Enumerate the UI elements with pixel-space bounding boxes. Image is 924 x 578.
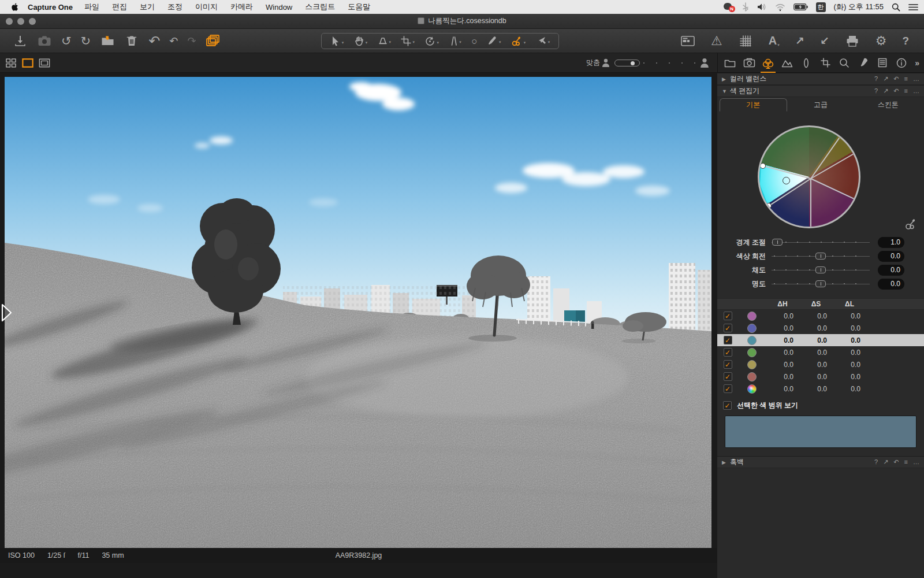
pick-color-correction-tool[interactable]: ▾ [511,36,526,47]
loupe-tool[interactable]: ▾ [378,36,392,46]
menu-image[interactable]: 이미지 [195,2,218,12]
crop-tool[interactable]: ▾ [401,36,415,46]
reset-icon[interactable]: ↶ [893,87,899,95]
viewer-layout-button[interactable] [680,34,695,49]
slider-track[interactable] [772,280,870,288]
annotations-button[interactable]: A ▾ [769,34,780,47]
color-range-row-selected[interactable]: ✓ 0.0 0.0 0.0 [717,334,924,346]
undo-button[interactable]: ↶ [169,36,178,46]
kakaotalk-icon[interactable]: N [724,2,734,12]
tab-capture[interactable] [743,57,755,69]
more-icon[interactable]: … [913,458,919,466]
grid-button[interactable] [738,34,753,49]
help-icon[interactable]: ? [874,87,878,95]
slider-value[interactable]: 0.0 [878,279,904,290]
color-range-row[interactable]: ✓ 0.0 0.0 0.0 [717,383,924,395]
presets-icon[interactable]: ≡ [904,75,908,83]
range-checkbox[interactable]: ✓ [724,384,732,393]
slider-value[interactable]: 0.0 [878,265,904,276]
more-tabs-button[interactable]: » [915,58,919,68]
menu-edit[interactable]: 편집 [112,2,127,12]
print-button[interactable] [845,34,860,49]
color-balance-header[interactable]: ▶ 컬러 밸런스 ? ↗ ↶ ≡ … [717,73,924,85]
tab-metadata[interactable] [876,57,889,69]
color-range-row[interactable]: ✓ 0.0 0.0 0.0 [717,370,924,383]
tab-color[interactable] [762,57,774,69]
import-button[interactable] [13,34,28,49]
pan-tool[interactable]: ▾ [354,36,368,47]
color-swatch[interactable] [747,324,757,333]
straighten-tool[interactable]: ▾ [449,36,461,46]
battery-icon[interactable] [793,3,808,10]
slider-handle[interactable] [772,239,783,246]
collapse-triangle-icon[interactable]: ▶ [722,460,730,465]
collapse-triangle-icon[interactable]: ▶ [722,76,730,82]
tab-composition[interactable] [819,57,832,69]
color-range-row[interactable]: ✓ 0.0 0.0 0.0 [717,322,924,334]
trash-button[interactable] [124,34,139,49]
sync-icon[interactable]: ↗ [883,458,888,466]
settings-gear-button[interactable]: ⚙ [875,34,887,49]
reset-adjustments-button[interactable]: ↶ [148,34,160,48]
volume-icon[interactable] [757,3,767,11]
rainbow-swatch[interactable] [747,384,757,394]
export-button[interactable]: ↗ [795,34,804,47]
slider-handle[interactable] [815,280,826,287]
menubar-app-name[interactable]: Capture One [28,3,73,12]
menu-adjustments[interactable]: 조정 [167,2,182,12]
window-titlebar[interactable]: 나름찍는다.cosessiondb [0,14,924,29]
color-wheel[interactable] [758,125,860,228]
tab-exposure[interactable] [781,57,793,69]
copy-adjustments-button[interactable] [206,34,221,49]
zoom-person-large-icon[interactable] [700,58,709,68]
slider-track[interactable] [772,238,870,246]
menu-scripts[interactable]: 스크립트 [305,2,335,12]
slider-value[interactable]: 0.0 [878,251,904,262]
notification-center-icon[interactable] [908,3,918,11]
import-back-button[interactable]: ↙ [820,34,829,47]
zoom-slider[interactable] [614,59,695,67]
bw-header[interactable]: ▶ 흑백 ? ↗ ↶ ≡ … [717,456,924,468]
color-swatch[interactable] [747,372,757,381]
tab-adjustments[interactable] [857,57,870,69]
color-editor-header[interactable]: ▼ 색 편집기 ? ↗ ↶ ≡ … [717,85,924,97]
rotate-tool[interactable]: ▾ [424,36,439,47]
presets-icon[interactable]: ≡ [904,87,908,95]
slider-handle[interactable] [815,266,826,273]
single-view-button[interactable] [22,58,33,68]
presets-icon[interactable]: ≡ [904,458,908,466]
wifi-icon[interactable] [775,3,785,11]
slider-track[interactable] [772,252,870,260]
tab-skin-tone[interactable]: 스킨톤 [854,98,922,112]
help-icon[interactable]: ? [874,458,878,466]
sync-icon[interactable]: ↗ [883,75,888,83]
range-checkbox[interactable]: ✓ [724,312,732,320]
color-range-row[interactable]: ✓ 0.0 0.0 0.0 [717,310,924,322]
select-tool[interactable]: ▾ [330,36,344,47]
range-checkbox[interactable]: ✓ [724,348,732,357]
wedge-handle-upper[interactable] [760,163,766,169]
rotate-ccw-button[interactable]: ↺ [61,35,72,47]
tab-lens[interactable] [800,57,813,69]
range-checkbox[interactable]: ✓ [724,336,732,344]
slider-handle[interactable] [815,253,826,260]
sync-icon[interactable]: ↗ [883,87,888,95]
bluetooth-icon[interactable] [742,2,749,12]
spotlight-search-icon[interactable] [892,3,900,12]
color-range-row[interactable]: ✓ 0.0 0.0 0.0 [717,358,924,370]
draw-mask-tool[interactable]: ▾ [487,36,501,46]
help-icon[interactable]: ? [874,75,878,83]
menu-window[interactable]: Window [266,3,292,12]
show-range-checkbox[interactable]: ✓ [723,401,732,410]
rotate-cw-button[interactable]: ↻ [81,35,91,47]
menu-help[interactable]: 도움말 [348,2,370,12]
picked-color-marker[interactable] [783,177,790,184]
photo-canvas[interactable] [5,77,711,548]
multi-view-button[interactable] [5,58,17,68]
color-picker-icon[interactable] [904,218,917,231]
export-folder-button[interactable] [100,34,115,49]
exposure-warning-button[interactable]: ⚠ [711,34,722,49]
input-source-badge[interactable]: 한 [816,2,826,12]
range-checkbox[interactable]: ✓ [724,372,732,381]
color-swatch[interactable] [747,348,757,357]
